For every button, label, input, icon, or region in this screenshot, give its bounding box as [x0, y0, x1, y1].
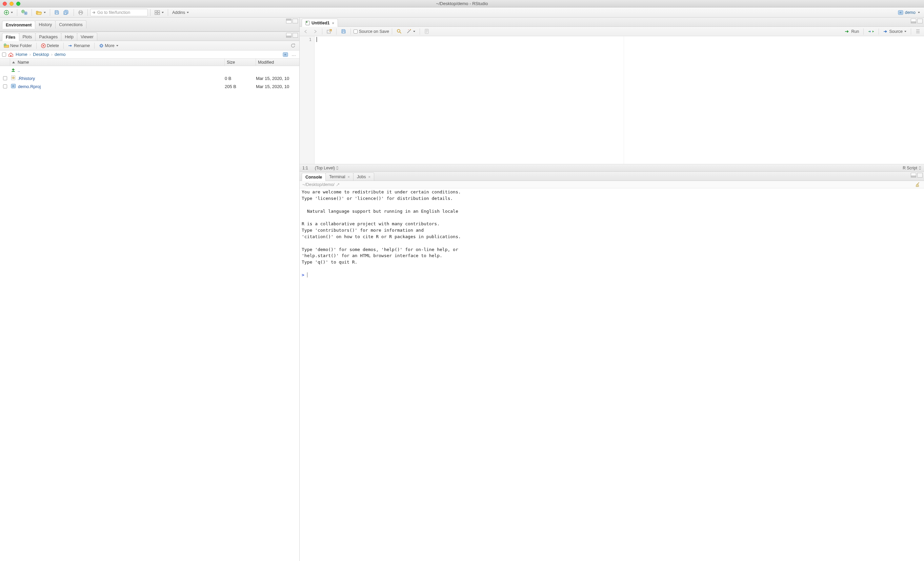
file-name[interactable]: .Rhistory: [10, 75, 225, 81]
source-nav-fwd-button[interactable]: [311, 28, 319, 35]
tab-environment[interactable]: Environment: [2, 21, 35, 29]
maximize-pane-icon[interactable]: [917, 173, 922, 178]
source-editor[interactable]: 1: [300, 36, 924, 164]
save-all-button[interactable]: [62, 9, 71, 16]
save-source-button[interactable]: [339, 28, 348, 35]
outline-button[interactable]: [914, 28, 922, 35]
svg-rect-8: [80, 10, 82, 12]
refresh-icon: [291, 43, 296, 48]
clear-console-icon[interactable]: [915, 182, 921, 187]
restore-pane-icon[interactable]: [286, 19, 291, 23]
compile-report-button[interactable]: [423, 28, 431, 35]
updown-icon: [336, 166, 339, 170]
minimize-pane-icon[interactable]: [286, 33, 291, 37]
refresh-files-button[interactable]: [289, 42, 297, 49]
window-title: ~/Desktop/demo - RStudio: [0, 1, 924, 6]
delete-button[interactable]: Delete: [39, 42, 61, 49]
svg-point-26: [100, 45, 102, 47]
language-selector[interactable]: R Script: [903, 166, 921, 171]
breadcrumb-demo[interactable]: demo: [55, 52, 66, 57]
open-file-button[interactable]: [34, 9, 48, 16]
project-menu[interactable]: R demo: [896, 9, 922, 16]
workspace-panes-button[interactable]: [153, 9, 165, 16]
file-name[interactable]: ..: [10, 67, 225, 73]
tab-connections[interactable]: Connections: [55, 20, 86, 28]
svg-rect-13: [158, 13, 160, 15]
new-file-button[interactable]: [2, 9, 15, 16]
show-in-new-window-button[interactable]: [325, 28, 333, 35]
breadcrumb-more-button[interactable]: …: [290, 52, 297, 57]
addins-menu[interactable]: Addins: [171, 9, 190, 16]
scope-selector[interactable]: (Top Level): [315, 166, 339, 171]
column-header-size[interactable]: Size: [225, 58, 256, 66]
arrow-left-icon: [303, 30, 308, 33]
print-button[interactable]: [76, 9, 85, 16]
goto-dir-icon[interactable]: [336, 183, 340, 187]
tab-plots[interactable]: Plots: [19, 33, 36, 40]
close-tab-icon[interactable]: ×: [348, 175, 350, 179]
file-row[interactable]: .Rhistory0 BMar 15, 2020, 10: [0, 74, 299, 82]
rerun-button[interactable]: [866, 28, 876, 35]
file-row-checkbox[interactable]: [3, 76, 7, 80]
close-tab-icon[interactable]: ×: [368, 175, 370, 179]
svg-rect-27: [10, 55, 12, 57]
run-label: Run: [851, 29, 859, 34]
r-project-icon[interactable]: R: [283, 52, 288, 57]
file-row[interactable]: ..: [0, 66, 299, 74]
svg-rect-6: [64, 13, 66, 14]
svg-rect-19: [342, 31, 345, 33]
column-header-name[interactable]: Name: [10, 58, 225, 66]
file-name[interactable]: Rdemo.Rproj: [10, 84, 225, 90]
files-toolbar: New Folder Delete Rename More: [0, 41, 299, 51]
tab-console[interactable]: Console: [302, 173, 326, 181]
tab-history[interactable]: History: [35, 20, 56, 28]
maximize-pane-icon[interactable]: [917, 19, 922, 23]
code-tools-button[interactable]: [405, 28, 417, 35]
maximize-pane-icon[interactable]: [292, 19, 298, 23]
notebook-icon: [424, 29, 429, 34]
new-project-button[interactable]: R: [20, 9, 29, 16]
arrow-right-icon: [313, 30, 318, 33]
source-script-button[interactable]: Source: [882, 28, 908, 35]
tab-files[interactable]: Files: [2, 33, 20, 41]
folder-plus-icon: [4, 43, 9, 48]
tab-packages[interactable]: Packages: [35, 33, 62, 40]
more-button[interactable]: More: [97, 42, 120, 49]
console-output[interactable]: You are welcome to redistribute it under…: [300, 188, 924, 561]
find-replace-button[interactable]: [395, 28, 404, 35]
source-on-save-checkbox[interactable]: [354, 30, 358, 33]
new-folder-button[interactable]: New Folder: [2, 42, 33, 49]
source-statusbar: 1:1 (Top Level) R Script: [300, 164, 924, 171]
run-button[interactable]: Run: [843, 28, 861, 35]
close-tab-icon[interactable]: ×: [332, 21, 334, 25]
files-tabbar: Files Plots Packages Help Viewer: [0, 32, 299, 41]
file-row-checkbox[interactable]: [3, 84, 7, 88]
source-tabbar: Untitled1 ×: [300, 18, 924, 27]
svg-rect-11: [158, 10, 160, 12]
floppy-icon: [341, 29, 346, 34]
breadcrumb-desktop[interactable]: Desktop: [33, 52, 49, 57]
rename-button[interactable]: Rename: [66, 42, 92, 49]
source-btn-label: Source: [889, 29, 903, 34]
minimize-pane-icon[interactable]: [911, 173, 916, 178]
source-on-save-label: Source on Save: [359, 29, 389, 34]
column-header-modified[interactable]: Modified: [256, 58, 299, 66]
tab-terminal[interactable]: Terminal×: [326, 172, 354, 181]
source-tab-untitled1[interactable]: Untitled1 ×: [302, 19, 338, 27]
file-size: 205 B: [225, 84, 256, 89]
tab-help[interactable]: Help: [61, 33, 77, 40]
maximize-pane-icon[interactable]: [292, 33, 298, 37]
tab-jobs[interactable]: Jobs×: [353, 172, 374, 181]
goto-file-function-input[interactable]: Go to file/function: [90, 9, 148, 16]
goto-placeholder: Go to file/function: [97, 10, 130, 15]
arrow-right-icon: [92, 10, 96, 15]
svg-rect-18: [327, 30, 330, 33]
breadcrumb-home[interactable]: Home: [16, 52, 27, 57]
select-all-checkbox[interactable]: [2, 52, 6, 57]
editor-cursor: [316, 37, 317, 42]
save-button[interactable]: [52, 9, 61, 16]
source-nav-back-button[interactable]: [302, 28, 310, 35]
file-row[interactable]: Rdemo.Rproj205 BMar 15, 2020, 10: [0, 82, 299, 90]
minimize-pane-icon[interactable]: [911, 19, 916, 23]
tab-viewer[interactable]: Viewer: [77, 33, 97, 40]
